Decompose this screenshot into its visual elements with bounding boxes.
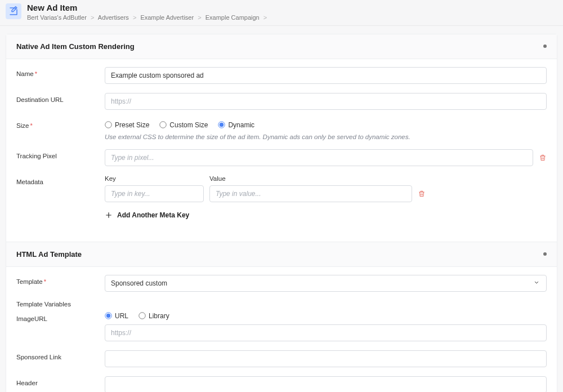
name-label: Name* bbox=[16, 67, 105, 77]
breadcrumb-link[interactable]: Advertisers bbox=[98, 14, 129, 21]
trash-icon[interactable] bbox=[539, 154, 547, 162]
page-title: New Ad Item bbox=[27, 3, 269, 13]
size-help-text: Use external CSS to determine the size o… bbox=[105, 133, 547, 140]
meta-value-heading: Value bbox=[209, 175, 547, 182]
sponsored-link-label: Sponsored Link bbox=[16, 350, 105, 360]
metadata-label: Metadata bbox=[16, 175, 105, 185]
meta-key-input[interactable] bbox=[105, 185, 204, 202]
section-menu-icon[interactable] bbox=[543, 44, 547, 48]
template-variables-label: Template Variables bbox=[16, 301, 547, 308]
destination-url-label: Destination URL bbox=[16, 93, 105, 103]
header-input[interactable] bbox=[105, 376, 547, 393]
breadcrumb-link[interactable]: Example Campaign bbox=[205, 14, 260, 21]
tracking-pixel-input[interactable] bbox=[105, 149, 533, 166]
section-title: Native Ad Item Custom Rendering bbox=[16, 42, 135, 51]
imageurl-url-radio[interactable]: URL bbox=[105, 312, 128, 320]
imageurl-library-radio[interactable]: Library bbox=[138, 312, 169, 320]
imageurl-label: ImageURL bbox=[16, 312, 105, 322]
section-header-template[interactable]: HTML Ad Template bbox=[6, 242, 557, 267]
tracking-pixel-label: Tracking Pixel bbox=[16, 149, 105, 159]
size-custom-radio[interactable]: Custom Size bbox=[159, 121, 208, 129]
breadcrumb: Bert Varias's AdButler > Advertisers > E… bbox=[27, 14, 269, 21]
section-header-rendering[interactable]: Native Ad Item Custom Rendering bbox=[6, 34, 557, 59]
meta-value-input[interactable] bbox=[209, 185, 412, 202]
meta-key-heading: Key bbox=[105, 175, 204, 182]
sponsored-link-input[interactable] bbox=[105, 350, 547, 367]
size-label: Size* bbox=[16, 119, 105, 129]
breadcrumb-link[interactable]: Example Advertiser bbox=[140, 14, 194, 21]
edit-icon bbox=[6, 3, 21, 19]
trash-icon[interactable] bbox=[418, 190, 426, 198]
header-field-label: Header bbox=[16, 376, 105, 386]
section-menu-icon[interactable] bbox=[543, 252, 547, 256]
size-dynamic-radio[interactable]: Dynamic bbox=[218, 121, 254, 129]
name-input[interactable] bbox=[105, 67, 547, 84]
size-preset-radio[interactable]: Preset Size bbox=[105, 121, 149, 129]
section-title: HTML Ad Template bbox=[16, 250, 82, 259]
template-select[interactable] bbox=[105, 275, 547, 292]
breadcrumb-link[interactable]: Bert Varias's AdButler bbox=[27, 14, 87, 21]
template-label: Template* bbox=[16, 275, 105, 285]
topbar: New Ad Item Bert Varias's AdButler > Adv… bbox=[0, 0, 563, 26]
imageurl-input[interactable] bbox=[105, 324, 547, 341]
destination-url-input[interactable] bbox=[105, 93, 547, 110]
add-meta-key-button[interactable]: Add Another Meta Key bbox=[105, 211, 547, 219]
